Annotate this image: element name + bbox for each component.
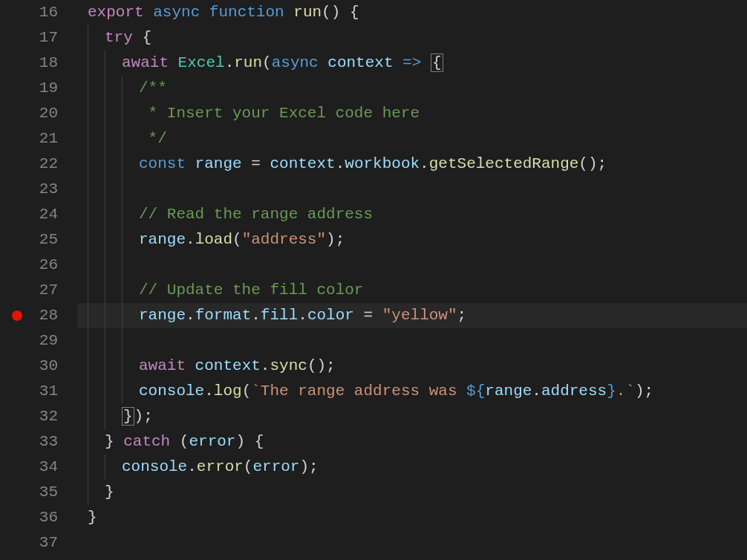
line-number[interactable]: 18: [0, 51, 77, 76]
line-number[interactable]: 27: [0, 278, 77, 303]
code-line[interactable]: /**: [77, 76, 747, 101]
code-line[interactable]: }: [77, 505, 747, 530]
indent-guide: [105, 303, 122, 328]
token: .: [532, 382, 541, 400]
token: .`: [616, 382, 635, 400]
token: (: [244, 458, 253, 475]
code-line[interactable]: [77, 530, 747, 556]
token: catch: [114, 433, 171, 450]
code-line[interactable]: range.load("address");: [77, 227, 747, 253]
token: .: [261, 357, 270, 374]
code-line[interactable]: }: [77, 480, 747, 505]
line-number[interactable]: 23: [0, 177, 77, 202]
token: function: [200, 4, 284, 21]
token: .: [298, 307, 307, 324]
code-line[interactable]: range.format.fill.color = "yellow";: [77, 303, 747, 328]
code-line[interactable]: * Insert your Excel code here: [77, 101, 747, 126]
breakpoint-icon[interactable]: [12, 310, 22, 321]
token: (: [170, 433, 189, 450]
indent-guide: [105, 253, 122, 278]
code-line[interactable]: await Excel.run(async context => {: [77, 51, 747, 76]
token: {: [340, 4, 359, 21]
line-number[interactable]: 26: [0, 253, 77, 278]
token: context: [319, 54, 394, 71]
line-number[interactable]: 24: [0, 202, 77, 227]
indent-guide: [122, 303, 139, 328]
line-number[interactable]: 35: [0, 480, 77, 505]
line-number[interactable]: 16: [0, 0, 77, 25]
token: getSelectedRange: [429, 155, 579, 172]
line-number[interactable]: 33: [0, 429, 77, 455]
line-number[interactable]: 28: [0, 303, 77, 328]
token: workbook: [345, 155, 420, 172]
token: console: [122, 458, 187, 475]
token: =: [242, 155, 270, 172]
token: );: [635, 382, 653, 400]
indent-guide: [105, 455, 122, 480]
code-line[interactable]: console.error(error);: [77, 455, 747, 480]
token: address: [541, 382, 607, 400]
code-line[interactable]: try {: [77, 25, 747, 51]
code-editor[interactable]: 1617181920212223242526272829303132333435…: [0, 0, 747, 560]
token: );: [299, 458, 318, 475]
token: const: [139, 155, 186, 172]
token: ();: [578, 155, 607, 172]
token: range: [139, 307, 186, 324]
token: load: [195, 231, 232, 248]
indent-guide: [122, 202, 139, 227]
indent-guide: [105, 152, 122, 177]
line-number[interactable]: 17: [0, 25, 77, 51]
code-line[interactable]: const range = context.workbook.getSelect…: [77, 152, 747, 177]
indent-guide: [88, 379, 105, 404]
token: * Insert your Excel code here: [139, 105, 420, 122]
token: .: [186, 231, 195, 248]
line-number[interactable]: 21: [0, 126, 77, 152]
indent-guide: [122, 328, 139, 354]
code-line[interactable]: await context.sync();: [77, 354, 747, 379]
code-line[interactable]: // Update the fill color: [77, 278, 747, 303]
line-number[interactable]: 20: [0, 101, 77, 126]
token: }: [105, 433, 114, 450]
line-number[interactable]: 31: [0, 379, 77, 404]
code-line[interactable]: [77, 328, 747, 354]
code-line[interactable]: export async function run() {: [77, 0, 747, 25]
token: color: [307, 307, 354, 324]
code-line[interactable]: [77, 177, 747, 202]
code-line[interactable]: console.log(`The range address was ${ran…: [77, 379, 747, 404]
code-line[interactable]: */: [77, 126, 747, 152]
code-line[interactable]: });: [77, 404, 747, 429]
line-number[interactable]: 22: [0, 152, 77, 177]
line-number-gutter[interactable]: 1617181920212223242526272829303132333435…: [0, 0, 77, 560]
code-area[interactable]: export async function run() {try {await …: [77, 0, 747, 560]
code-line[interactable]: [77, 253, 747, 278]
line-number[interactable]: 36: [0, 505, 77, 530]
token: }: [105, 484, 114, 501]
indent-guide: [105, 101, 122, 126]
indent-guide: [122, 354, 139, 379]
token: Excel: [169, 54, 225, 71]
indent-guide: [122, 76, 139, 101]
line-number[interactable]: 19: [0, 76, 77, 101]
line-number[interactable]: 30: [0, 354, 77, 379]
indent-guide: [105, 227, 122, 253]
token: export: [88, 4, 144, 21]
token: );: [134, 408, 153, 425]
line-number[interactable]: 32: [0, 404, 77, 429]
token: ): [235, 433, 245, 450]
token: {: [245, 433, 264, 450]
indent-guide: [88, 202, 105, 227]
token: range: [485, 382, 532, 400]
line-number[interactable]: 25: [0, 227, 77, 253]
indent-guide: [122, 227, 139, 253]
token: error: [189, 433, 235, 450]
line-number[interactable]: 37: [0, 530, 77, 556]
code-line[interactable]: // Read the range address: [77, 202, 747, 227]
token: .: [251, 307, 261, 324]
indent-guide: [105, 379, 122, 404]
line-number[interactable]: 34: [0, 455, 77, 480]
token: try: [105, 29, 133, 46]
line-number[interactable]: 29: [0, 328, 77, 354]
token: .: [204, 382, 214, 400]
token: console: [139, 382, 204, 400]
code-line[interactable]: } catch (error) {: [77, 429, 747, 455]
